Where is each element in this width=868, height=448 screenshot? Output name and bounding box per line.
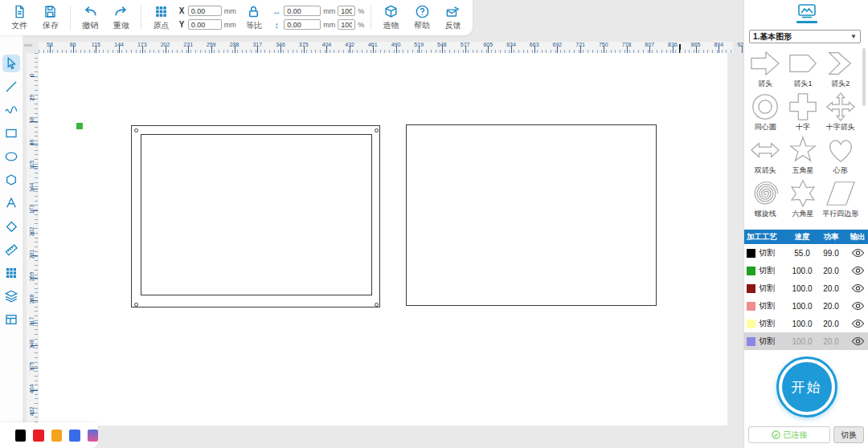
partial-shape <box>787 222 819 226</box>
v-ruler-label: 0 <box>29 69 35 82</box>
file-button[interactable]: 文件 <box>6 2 33 34</box>
y-label: Y <box>179 20 186 29</box>
layers-tool-button[interactable] <box>2 287 20 305</box>
shape-item-五角星[interactable]: 五角星 <box>784 133 822 177</box>
layer-row[interactable]: 切割100.020.0 <box>744 297 868 315</box>
polygon-tool-button[interactable] <box>2 171 20 189</box>
layer-process: 切割 <box>759 336 775 347</box>
layer-power: 20.0 <box>816 320 846 328</box>
visibility-eye-icon[interactable] <box>846 266 868 275</box>
palette-color-swatch[interactable] <box>69 430 80 442</box>
layer-speed: 100.0 <box>788 267 816 275</box>
layer-color-swatch[interactable] <box>747 267 755 275</box>
ruler-tool-button[interactable] <box>2 241 20 259</box>
shape-item-十字箭头[interactable]: 十字箭头 <box>821 90 859 133</box>
help-button[interactable]: 帮助 <box>409 2 436 34</box>
undo-button[interactable]: 撤销 <box>77 2 104 34</box>
shape-item-螺旋线[interactable]: 螺旋线 <box>747 177 784 220</box>
shape-item[interactable] <box>747 220 784 226</box>
visibility-eye-icon[interactable] <box>846 336 868 346</box>
curve-tool-button[interactable] <box>2 101 20 119</box>
grid-array-tool-button[interactable] <box>2 264 20 282</box>
palette-color-swatch[interactable] <box>51 430 62 442</box>
width-input[interactable] <box>284 6 321 16</box>
switch-button[interactable]: 切换 <box>833 426 864 443</box>
shape-item-六角星[interactable]: 六角星 <box>784 177 822 220</box>
v-ruler-label: 317 <box>29 315 35 328</box>
layer-color-swatch[interactable] <box>747 249 755 258</box>
palette-color-swatch[interactable] <box>88 430 98 442</box>
proportional-lock-button[interactable]: 等比 <box>241 2 268 34</box>
shape-item-同心圆[interactable]: 同心圆 <box>747 90 784 133</box>
shape-item-箭头2[interactable]: 箭头2 <box>821 47 859 90</box>
corner-hole <box>134 128 138 132</box>
height-input[interactable] <box>284 19 321 30</box>
layer-speed: 55.0 <box>788 249 816 258</box>
frame-tool-button[interactable] <box>2 311 20 328</box>
save-button[interactable]: 保存 <box>38 2 64 34</box>
v-ruler-label: 115 <box>29 158 35 171</box>
design-canvas[interactable] <box>39 53 727 426</box>
layers-tool-icon <box>4 289 18 303</box>
grid-array-tool-icon <box>4 266 18 280</box>
shape-item-心形[interactable]: 心形 <box>821 133 859 177</box>
y-input[interactable] <box>188 19 222 30</box>
shape-item-箭头1[interactable]: 箭头1 <box>784 47 822 90</box>
text-tool-button[interactable] <box>2 194 20 212</box>
canvas-frame-object[interactable] <box>131 125 380 307</box>
visibility-eye-icon[interactable] <box>846 283 868 293</box>
redo-button[interactable]: 重做 <box>108 2 135 34</box>
origin-button[interactable]: 原点 <box>148 2 174 34</box>
tab-shapes-library[interactable] <box>744 3 868 27</box>
start-button-label: 开始 <box>782 362 832 412</box>
layer-color-swatch[interactable] <box>747 337 755 346</box>
shapes-scrollbar[interactable] <box>862 48 866 106</box>
corner-hole <box>134 303 138 307</box>
canvas-frame-inner-rect[interactable] <box>141 134 372 295</box>
palette-color-swatch[interactable] <box>15 430 26 442</box>
layer-power: 20.0 <box>816 267 846 275</box>
start-button[interactable]: 开始 <box>776 356 837 417</box>
layer-color-swatch[interactable] <box>747 302 755 311</box>
width-percent-input[interactable] <box>338 6 355 16</box>
shape-label: 箭头2 <box>831 79 850 89</box>
shape-item-双箭头[interactable]: 双箭头 <box>747 133 784 177</box>
shape-item-十字[interactable]: 十字 <box>784 90 822 133</box>
shape-label: 心形 <box>833 165 848 176</box>
shape-item[interactable] <box>784 220 822 226</box>
line-tool-button[interactable] <box>2 78 20 96</box>
palette-color-swatch[interactable] <box>33 430 43 442</box>
visibility-eye-icon[interactable] <box>846 319 868 328</box>
layer-row[interactable]: 切割100.020.0 <box>744 262 868 279</box>
layer-row[interactable]: 切割55.099.0 <box>744 244 868 262</box>
shape-label: 螺旋线 <box>755 209 776 219</box>
lock-icon <box>246 4 261 19</box>
shape-label: 十字 <box>796 122 810 132</box>
create-button[interactable]: 造物 <box>378 2 404 34</box>
layer-row[interactable]: 切割100.020.0 <box>744 332 868 350</box>
shape-item-箭头[interactable]: 箭头 <box>747 47 784 90</box>
ellipse-tool-button[interactable] <box>2 148 20 165</box>
layer-color-swatch[interactable] <box>747 320 755 328</box>
concentric-circle-shape <box>749 92 781 122</box>
canvas-green-marker[interactable] <box>76 123 83 129</box>
shape-category-select[interactable]: 1.基本图形 ▼ <box>749 30 861 43</box>
visibility-eye-icon[interactable] <box>846 301 868 311</box>
col-speed: 速度 <box>788 232 816 242</box>
layer-speed: 100.0 <box>788 320 816 328</box>
shape-item[interactable] <box>821 220 859 226</box>
shape-item-平行四边形[interactable]: 平行四边形 <box>821 177 859 220</box>
select-cursor-button[interactable] <box>2 55 20 72</box>
star5-shape <box>787 135 819 165</box>
width-unit: mm <box>323 7 335 15</box>
diamond-tool-button[interactable] <box>2 218 20 235</box>
layer-row[interactable]: 切割100.020.0 <box>744 279 868 297</box>
rectangle-tool-button[interactable] <box>2 124 20 142</box>
canvas-rect-object[interactable] <box>406 124 657 306</box>
layer-row[interactable]: 切割100.020.0 <box>744 315 868 332</box>
visibility-eye-icon[interactable] <box>846 248 868 258</box>
height-percent-input[interactable] <box>338 19 355 30</box>
feedback-button[interactable]: 反馈 <box>440 2 466 34</box>
layer-color-swatch[interactable] <box>747 284 755 293</box>
x-input[interactable] <box>188 6 222 16</box>
